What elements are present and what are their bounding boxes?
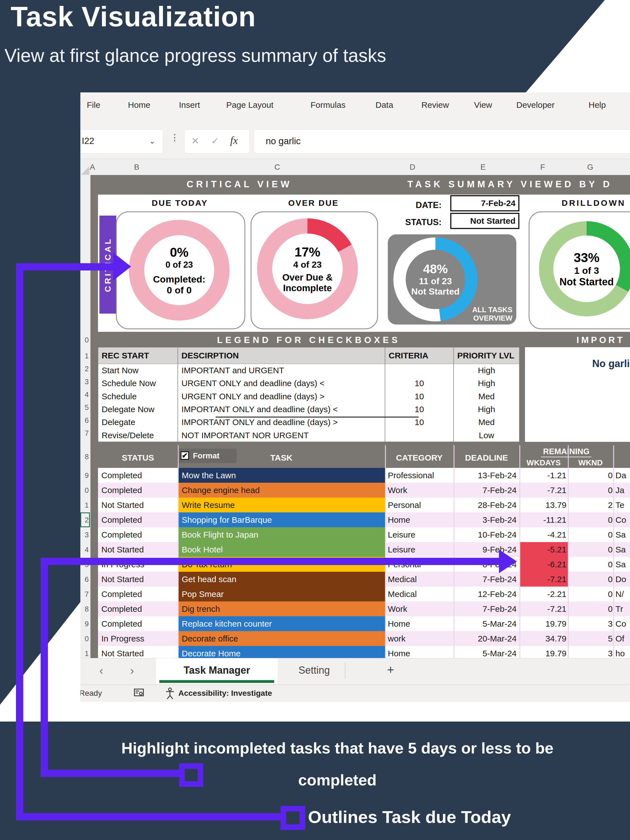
cell-category: Home [388,616,410,631]
cell-wkdays: -1.21 [519,468,567,483]
cell-task-bar: Book Hotel [178,542,385,557]
cell-deadline: 20-Mar-24 [453,631,516,646]
cell-wknd: 0 [568,587,613,602]
tab-task-manager[interactable]: Task Manager [156,658,278,684]
cell-wkdays: 19.79 [519,616,567,631]
display-settings-icon[interactable] [134,688,144,698]
cell-wknd: 3 [568,616,613,631]
cell-deadline: 7-Feb-24 [453,483,516,497]
cell-task-label: Mow the Lawn [182,468,236,483]
cell-task-bar: Shopping for BarBarque [178,512,385,527]
arrow1-head-icon [113,253,131,281]
cell-task-label: Replace kitchen counter [182,616,272,631]
cell-status: Not Started [101,542,144,557]
cell-wknd: 2 [568,497,613,512]
cell-deadline: 7-Feb-24 [453,572,516,587]
cell-wknd: 0 [568,483,613,497]
cell-status: Completed [101,602,142,616]
cell-task-bar: Change engine head [178,483,385,497]
cell-next-clipped: N/ [616,587,624,602]
cell-task-bar: Replace kitchen counter [178,616,385,631]
cell-task-bar: Book Flight to Japan [178,527,385,542]
cell-status: Completed [101,512,142,527]
table-gridline [568,445,569,658]
table-gridline [613,445,614,658]
cell-next-clipped: Sa [616,542,626,557]
highlight-note-line1: Highlight incompleted tasks that have 5 … [45,738,630,758]
highlight-note-line2: completed [45,770,630,790]
cell-wkdays: -2.21 [519,587,567,602]
arrow2-head-icon [499,549,517,573]
cell-deadline: 3-Feb-24 [453,512,516,527]
cell-deadline: 10-Feb-24 [453,527,516,542]
sheet-prev-icon[interactable]: ‹ [99,665,103,677]
active-tab-underline [159,680,274,683]
cell-deadline: 13-Feb-24 [453,468,516,483]
cell-wknd: 0 [568,512,613,527]
cell-next-clipped: Te [616,497,624,512]
cell-wknd: 0 [568,602,613,616]
cell-status: In Progress [101,631,144,646]
cell-task-label: Decorate office [182,631,238,646]
cell-task-bar: Dig trench [178,602,385,616]
cell-category: Medical [388,572,417,587]
accessibility-icon[interactable] [164,687,175,699]
cell-task-bar: Decorate office [178,631,385,646]
arrow1-square-marker [281,806,305,830]
arrow1-horizontal-line [16,263,114,270]
cell-task-label: Shopping for BarBarque [182,512,272,527]
cell-next-clipped: Ja [616,483,624,497]
cell-category: Leisure [388,542,415,557]
cell-wkdays: -6.21 [519,557,567,572]
sheet-tab-bar: ‹ › Task Manager Setting + [81,658,630,685]
cell-wkdays: -11.21 [519,512,567,527]
arrow2-horizontal-line [41,558,500,565]
arrow1-vertical-line [16,263,23,820]
page-subtitle: View at first glance progress summary of… [5,45,386,66]
cell-category: Home [388,646,410,658]
tab-separator [345,662,345,679]
cell-category: Personal [388,497,421,512]
cell-wkdays: -7.21 [519,602,567,616]
cell-status: Not Started [101,646,144,658]
cell-next-clipped: Co [616,616,626,631]
cell-next-clipped: Sa [616,527,626,542]
cell-status: Completed [101,527,142,542]
cell-task-bar: Get head scan [178,572,385,587]
cell-task-bar: Write Resume [178,497,385,512]
cell-wkdays: 13.79 [519,497,567,512]
task-rows-layer: CompletedMow the LawnProfessional13-Feb-… [81,92,630,658]
sheet-next-icon[interactable]: › [130,665,134,677]
cell-category: Work [388,483,407,497]
cell-next-clipped: Da [616,468,626,483]
cell-wknd: 0 [568,572,613,587]
cell-wknd: 0 [568,557,613,572]
page-title: Task Visualization [11,0,256,33]
cell-task-bar: Pop Smear [178,587,385,602]
cell-wknd: 3 [568,646,613,658]
cell-deadline: 5-Mar-24 [453,646,516,658]
selected-row-marker [81,512,90,527]
add-sheet-button[interactable]: + [387,663,394,677]
cell-category: Medical [388,587,417,602]
cell-status: Not Started [101,572,144,587]
cell-status: Completed [101,483,142,497]
arrow1-bottom-line [16,813,281,820]
cell-deadline: 7-Feb-24 [453,602,516,616]
cell-task-label: Decorate Home [182,646,240,658]
cell-category: Leisure [388,527,415,542]
cell-next-clipped: Co [616,512,626,527]
outline-note: Outlines Task due Today [308,807,511,827]
cell-next-clipped: Tr [616,602,623,616]
table-gridline [178,445,178,658]
cell-wknd: 0 [568,527,613,542]
cell-wkdays: -4.21 [519,527,567,542]
cell-next-clipped: Of [616,631,624,646]
cell-next-clipped: Do [616,572,626,587]
excel-window: FileHomeInsertPage LayoutFormulasDataRev… [81,92,630,722]
cell-deadline: 28-Feb-24 [453,497,516,512]
cell-wkdays: -5.21 [519,542,567,557]
accessibility-status[interactable]: Accessibility: Investigate [178,689,272,698]
table-gridline [519,445,520,658]
tab-setting[interactable]: Setting [287,665,341,676]
